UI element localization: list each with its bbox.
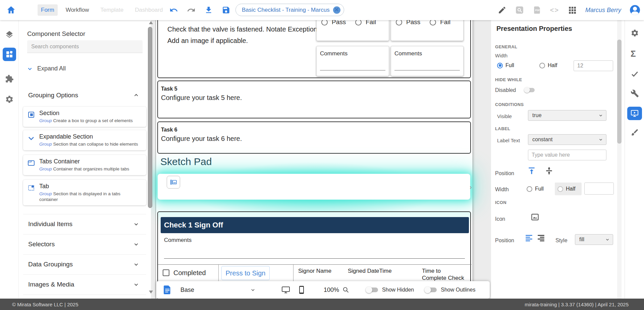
disabled-label: Disabled <box>495 87 516 93</box>
user-name[interactable]: Marcus Berry <box>585 7 621 14</box>
visible-label: Visible <box>497 113 512 119</box>
disabled-toggle[interactable] <box>525 88 535 92</box>
apps-grid-icon[interactable] <box>568 6 577 14</box>
tab-icon <box>27 184 35 192</box>
properties-title: Presentation Properties <box>496 25 572 33</box>
press-to-sign-button[interactable]: Press to Sign <box>221 266 270 280</box>
redo-icon[interactable] <box>187 6 196 14</box>
vertical-align-center-icon[interactable] <box>545 166 553 175</box>
visible-select[interactable]: true <box>528 110 606 121</box>
signoff-comments-input[interactable] <box>164 258 465 259</box>
sidebar-scrollbar[interactable] <box>148 27 152 208</box>
home-icon[interactable] <box>6 5 16 15</box>
label-width-full-radio[interactable]: Full <box>527 186 544 192</box>
nav-form[interactable]: Form <box>38 4 58 16</box>
component-item-tabs-container[interactable]: Tabs Container GroupContainer that organ… <box>23 155 146 175</box>
edit-pencil-icon[interactable] <box>498 6 506 14</box>
component-item-section[interactable]: Section GroupCreate a box to group a set… <box>23 107 146 127</box>
category-selectors[interactable]: Selectors <box>19 235 151 254</box>
label-header: LABEL <box>495 126 510 131</box>
fail-radio[interactable] <box>355 20 362 25</box>
sketch-image-icon[interactable] <box>167 176 180 189</box>
expand-all-button[interactable]: Expand All <box>27 65 66 72</box>
grouping-options-header[interactable]: Grouping Options <box>19 86 151 105</box>
open-document-pill[interactable]: Basic Checklist - Training - Marcus ✕ <box>235 4 344 16</box>
comments-field-1[interactable]: Comments <box>316 46 389 76</box>
component-item-expandable-section[interactable]: Expandable Section GroupSection that can… <box>23 130 146 150</box>
component-selector-panel: Component Selector Expand All Grouping O… <box>19 20 151 299</box>
label-width-value-input[interactable] <box>584 183 614 195</box>
search-input[interactable] <box>27 40 143 53</box>
components-icon[interactable] <box>3 48 16 61</box>
pass-label: Pass <box>406 20 420 26</box>
pass-radio[interactable] <box>321 20 328 25</box>
zoom-in-icon[interactable] <box>342 287 349 293</box>
selection-expand-chevron[interactable]: › <box>470 183 472 191</box>
close-icon[interactable]: ✕ <box>333 6 340 14</box>
chevron-down-icon <box>133 221 139 227</box>
category-individual-items[interactable]: Individual Items <box>19 215 151 234</box>
sketch-pad-title: Sketch Pad <box>160 156 212 167</box>
edit-actions <box>169 0 230 20</box>
icon-position-label: Position <box>495 238 514 244</box>
label-text-value: constant <box>532 137 552 143</box>
plugins-icon[interactable] <box>5 74 14 83</box>
align-right-icon[interactable] <box>537 234 545 242</box>
nav-workflow[interactable]: Workflow <box>62 4 93 16</box>
brush-icon[interactable] <box>631 128 639 137</box>
task6-section[interactable]: Task 6 Configure your task 6 here. <box>157 121 471 154</box>
signoff-header-label: Check 1 Sign Off <box>164 221 223 229</box>
presentation-icon[interactable] <box>627 107 642 120</box>
completed-checkbox[interactable] <box>163 269 169 276</box>
pass-radio[interactable] <box>396 20 402 25</box>
layout-select-value[interactable]: Base <box>180 287 194 294</box>
component-tag: Group <box>39 142 52 147</box>
label-text-select[interactable]: constant <box>528 134 606 145</box>
category-images-media[interactable]: Images & Media <box>19 275 151 294</box>
sketch-pad-widget-selected[interactable]: › <box>158 174 470 200</box>
width-value-input[interactable] <box>574 60 613 71</box>
passfail-group-1: Pass Fail <box>316 20 389 41</box>
comments-field-2[interactable]: Comments <box>391 46 464 76</box>
show-outlines-toggle[interactable] <box>425 288 437 292</box>
label-value-input[interactable] <box>528 150 606 160</box>
download-icon[interactable] <box>204 6 213 14</box>
signoff-comments-label: Comments <box>164 237 192 244</box>
image-icon[interactable] <box>531 213 539 221</box>
component-item-tab[interactable]: Tab GroupSection that is displayed in a … <box>23 180 146 205</box>
wrench-icon[interactable] <box>631 89 639 98</box>
top-bar: Form Workflow Template Dashboard Basic C… <box>0 0 644 20</box>
visible-value: true <box>532 112 542 118</box>
mobile-preview-icon[interactable] <box>299 286 304 294</box>
show-hidden-toggle[interactable] <box>367 288 378 292</box>
pass-label: Pass <box>332 20 346 26</box>
label-width-half-radio[interactable]: Half <box>557 186 575 192</box>
vertical-align-top-icon[interactable] <box>527 166 536 175</box>
save-icon[interactable] <box>222 6 230 14</box>
component-tag: Group <box>39 191 52 196</box>
layers-icon[interactable] <box>5 30 14 39</box>
task5-section[interactable]: Task 5 Configure your task 5 here. <box>157 81 471 118</box>
properties-scrollbar[interactable] <box>617 40 622 144</box>
chevron-down-icon[interactable] <box>251 288 255 292</box>
style-select[interactable]: fill <box>575 234 613 245</box>
chevron-down-icon <box>133 242 139 247</box>
scroll-up-arrow[interactable] <box>149 21 153 24</box>
desktop-preview-icon[interactable] <box>281 286 290 294</box>
gear-icon[interactable] <box>5 95 14 104</box>
nav-template: Template <box>97 4 127 16</box>
align-left-icon[interactable] <box>525 234 533 242</box>
check-icon[interactable] <box>631 70 639 78</box>
undo-icon[interactable] <box>169 6 178 14</box>
width-full-radio[interactable]: Full <box>497 62 514 68</box>
category-data-groupings[interactable]: Data Groupings <box>19 255 151 274</box>
width-label: Width <box>495 53 507 58</box>
avatar[interactable] <box>630 5 640 15</box>
fail-radio[interactable] <box>430 20 436 25</box>
settings-icon[interactable] <box>631 29 639 37</box>
sigma-icon[interactable]: Σ <box>631 50 636 58</box>
completed-label: Completed <box>173 269 206 277</box>
width-half-radio[interactable]: Half <box>539 62 557 68</box>
scroll-down-arrow[interactable] <box>149 291 153 294</box>
chevron-down-icon <box>133 262 139 267</box>
